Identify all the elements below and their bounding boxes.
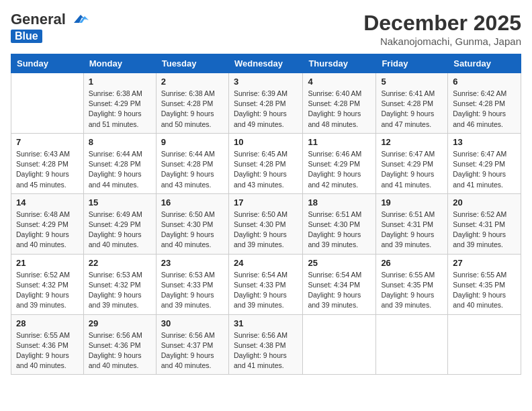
- day-info: Sunrise: 6:53 AM Sunset: 4:33 PM Dayligh…: [161, 270, 224, 311]
- day-cell: 28Sunrise: 6:55 AM Sunset: 4:36 PM Dayli…: [11, 314, 84, 375]
- day-cell: 1Sunrise: 6:38 AM Sunset: 4:29 PM Daylig…: [83, 73, 156, 134]
- day-info: Sunrise: 6:43 AM Sunset: 4:28 PM Dayligh…: [16, 149, 79, 190]
- day-info: Sunrise: 6:44 AM Sunset: 4:28 PM Dayligh…: [89, 149, 151, 190]
- weekday-header-monday: Monday: [83, 54, 156, 73]
- day-cell: 10Sunrise: 6:45 AM Sunset: 4:28 PM Dayli…: [228, 133, 302, 193]
- day-info: Sunrise: 6:53 AM Sunset: 4:32 PM Dayligh…: [89, 270, 151, 311]
- day-info: Sunrise: 6:55 AM Sunset: 4:35 PM Dayligh…: [381, 270, 443, 311]
- weekday-header-sunday: Sunday: [11, 54, 84, 73]
- location-title: Nakanojomachi, Gunma, Japan: [363, 36, 521, 47]
- day-number: 17: [234, 197, 298, 208]
- day-cell: [303, 314, 376, 375]
- day-info: Sunrise: 6:51 AM Sunset: 4:30 PM Dayligh…: [308, 210, 371, 250]
- day-info: Sunrise: 6:51 AM Sunset: 4:31 PM Dayligh…: [381, 210, 443, 250]
- day-number: 2: [161, 77, 224, 87]
- day-cell: 12Sunrise: 6:47 AM Sunset: 4:29 PM Dayli…: [376, 133, 448, 193]
- day-cell: 20Sunrise: 6:52 AM Sunset: 4:31 PM Dayli…: [448, 193, 521, 254]
- day-info: Sunrise: 6:46 AM Sunset: 4:29 PM Dayligh…: [308, 149, 371, 190]
- day-number: 11: [308, 137, 371, 147]
- day-info: Sunrise: 6:38 AM Sunset: 4:29 PM Dayligh…: [89, 89, 151, 130]
- day-info: Sunrise: 6:45 AM Sunset: 4:28 PM Dayligh…: [234, 149, 298, 190]
- day-info: Sunrise: 6:48 AM Sunset: 4:29 PM Dayligh…: [16, 210, 79, 250]
- day-cell: 31Sunrise: 6:56 AM Sunset: 4:38 PM Dayli…: [228, 314, 302, 375]
- day-cell: 21Sunrise: 6:52 AM Sunset: 4:32 PM Dayli…: [11, 254, 84, 314]
- weekday-header-tuesday: Tuesday: [156, 54, 228, 73]
- day-cell: 6Sunrise: 6:42 AM Sunset: 4:28 PM Daylig…: [448, 73, 521, 134]
- logo-blue-text: Blue: [11, 30, 42, 43]
- day-number: 23: [161, 258, 224, 268]
- week-row-2: 7Sunrise: 6:43 AM Sunset: 4:28 PM Daylig…: [11, 133, 521, 193]
- day-info: Sunrise: 6:56 AM Sunset: 4:36 PM Dayligh…: [89, 330, 151, 371]
- day-number: 28: [16, 318, 79, 328]
- day-cell: 13Sunrise: 6:47 AM Sunset: 4:29 PM Dayli…: [448, 133, 521, 193]
- day-number: 18: [308, 197, 371, 208]
- day-info: Sunrise: 6:56 AM Sunset: 4:37 PM Dayligh…: [161, 330, 224, 371]
- day-info: Sunrise: 6:55 AM Sunset: 4:36 PM Dayligh…: [16, 330, 79, 371]
- day-info: Sunrise: 6:40 AM Sunset: 4:28 PM Dayligh…: [308, 89, 371, 130]
- week-row-1: 1Sunrise: 6:38 AM Sunset: 4:29 PM Daylig…: [11, 73, 521, 134]
- day-cell: 7Sunrise: 6:43 AM Sunset: 4:28 PM Daylig…: [11, 133, 84, 193]
- week-row-3: 14Sunrise: 6:48 AM Sunset: 4:29 PM Dayli…: [11, 193, 521, 254]
- day-number: 22: [89, 258, 151, 268]
- day-cell: 22Sunrise: 6:53 AM Sunset: 4:32 PM Dayli…: [83, 254, 156, 314]
- day-number: 26: [381, 258, 443, 268]
- day-cell: 25Sunrise: 6:54 AM Sunset: 4:34 PM Dayli…: [303, 254, 376, 314]
- day-cell: [11, 73, 84, 134]
- logo-bird-icon: [67, 11, 89, 28]
- day-info: Sunrise: 6:38 AM Sunset: 4:28 PM Dayligh…: [161, 89, 224, 130]
- day-info: Sunrise: 6:39 AM Sunset: 4:28 PM Dayligh…: [234, 89, 298, 130]
- page-header: General Blue December 2025 Nakanojomachi…: [11, 11, 521, 47]
- day-number: 27: [453, 258, 516, 268]
- day-number: 15: [89, 197, 151, 208]
- day-info: Sunrise: 6:41 AM Sunset: 4:28 PM Dayligh…: [381, 89, 443, 130]
- day-info: Sunrise: 6:56 AM Sunset: 4:38 PM Dayligh…: [234, 330, 298, 371]
- day-number: 13: [453, 137, 516, 147]
- day-number: 7: [16, 137, 79, 147]
- title-block: December 2025 Nakanojomachi, Gunma, Japa…: [363, 11, 521, 47]
- calendar-table: SundayMondayTuesdayWednesdayThursdayFrid…: [11, 54, 521, 375]
- day-cell: 27Sunrise: 6:55 AM Sunset: 4:35 PM Dayli…: [448, 254, 521, 314]
- day-cell: 29Sunrise: 6:56 AM Sunset: 4:36 PM Dayli…: [83, 314, 156, 375]
- day-number: 31: [234, 318, 298, 328]
- day-number: 30: [161, 318, 224, 328]
- day-info: Sunrise: 6:54 AM Sunset: 4:33 PM Dayligh…: [234, 270, 298, 311]
- day-info: Sunrise: 6:42 AM Sunset: 4:28 PM Dayligh…: [453, 89, 516, 130]
- day-number: 10: [234, 137, 298, 147]
- day-cell: 23Sunrise: 6:53 AM Sunset: 4:33 PM Dayli…: [156, 254, 228, 314]
- day-number: 21: [16, 258, 79, 268]
- day-cell: 24Sunrise: 6:54 AM Sunset: 4:33 PM Dayli…: [228, 254, 302, 314]
- day-number: 19: [381, 197, 443, 208]
- day-info: Sunrise: 6:50 AM Sunset: 4:30 PM Dayligh…: [234, 210, 298, 250]
- day-cell: 30Sunrise: 6:56 AM Sunset: 4:37 PM Dayli…: [156, 314, 228, 375]
- day-info: Sunrise: 6:47 AM Sunset: 4:29 PM Dayligh…: [453, 149, 516, 190]
- day-cell: 3Sunrise: 6:39 AM Sunset: 4:28 PM Daylig…: [228, 73, 302, 134]
- day-number: 14: [16, 197, 79, 208]
- day-cell: 5Sunrise: 6:41 AM Sunset: 4:28 PM Daylig…: [376, 73, 448, 134]
- weekday-header-saturday: Saturday: [448, 54, 521, 73]
- day-number: 6: [453, 77, 516, 87]
- day-number: 4: [308, 77, 371, 87]
- logo-general-text: General: [11, 11, 66, 28]
- day-cell: 8Sunrise: 6:44 AM Sunset: 4:28 PM Daylig…: [83, 133, 156, 193]
- weekday-header-thursday: Thursday: [303, 54, 376, 73]
- day-cell: 26Sunrise: 6:55 AM Sunset: 4:35 PM Dayli…: [376, 254, 448, 314]
- week-row-4: 21Sunrise: 6:52 AM Sunset: 4:32 PM Dayli…: [11, 254, 521, 314]
- day-number: 8: [89, 137, 151, 147]
- day-number: 16: [161, 197, 224, 208]
- day-cell: 2Sunrise: 6:38 AM Sunset: 4:28 PM Daylig…: [156, 73, 228, 134]
- day-cell: 16Sunrise: 6:50 AM Sunset: 4:30 PM Dayli…: [156, 193, 228, 254]
- day-cell: 11Sunrise: 6:46 AM Sunset: 4:29 PM Dayli…: [303, 133, 376, 193]
- day-number: 1: [89, 77, 151, 87]
- day-info: Sunrise: 6:54 AM Sunset: 4:34 PM Dayligh…: [308, 270, 371, 311]
- day-number: 12: [381, 137, 443, 147]
- day-cell: 14Sunrise: 6:48 AM Sunset: 4:29 PM Dayli…: [11, 193, 84, 254]
- logo: General Blue: [11, 11, 89, 43]
- week-row-5: 28Sunrise: 6:55 AM Sunset: 4:36 PM Dayli…: [11, 314, 521, 375]
- day-cell: 18Sunrise: 6:51 AM Sunset: 4:30 PM Dayli…: [303, 193, 376, 254]
- day-cell: [448, 314, 521, 375]
- day-number: 24: [234, 258, 298, 268]
- day-info: Sunrise: 6:52 AM Sunset: 4:31 PM Dayligh…: [453, 210, 516, 250]
- day-info: Sunrise: 6:47 AM Sunset: 4:29 PM Dayligh…: [381, 149, 443, 190]
- weekday-header-row: SundayMondayTuesdayWednesdayThursdayFrid…: [11, 54, 521, 73]
- day-number: 5: [381, 77, 443, 87]
